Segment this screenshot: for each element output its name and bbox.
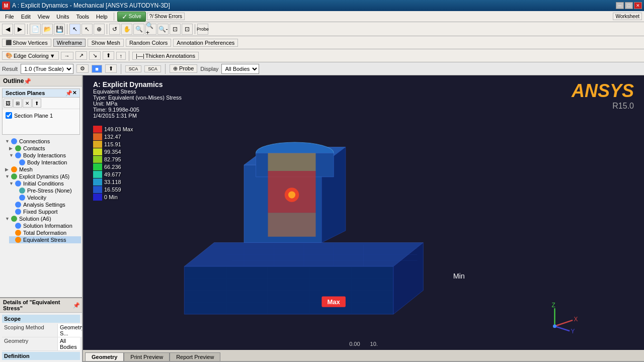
result-label: Result [2, 66, 18, 72]
display-select[interactable]: All Bodies [221, 64, 259, 74]
close-button[interactable]: ✕ [634, 2, 642, 9]
scatter-btn-2[interactable]: SCA [144, 65, 161, 72]
tree-node-body-interaction[interactable]: Body Interaction [13, 159, 81, 166]
viewport-3d[interactable]: Max Min X Z Y A: Explicit Dynamics Equiv… [83, 75, 644, 362]
arrow-btn-1[interactable]: → [61, 52, 73, 60]
tree-node-contacts[interactable]: ▶ Contacts [9, 145, 81, 152]
tree-node-body-interactions[interactable]: ▼ Body Interactions [9, 152, 81, 159]
tb-zoomfit-button[interactable]: ⊡ [170, 24, 181, 35]
result-up-btn[interactable]: ⬆ [105, 64, 117, 73]
tb-save-button[interactable]: 💾 [54, 24, 65, 35]
tree-node-solution-info[interactable]: Solution Information [9, 222, 81, 229]
tab-report-preview[interactable]: Report Preview [170, 352, 220, 361]
details-geometry-value: All Bodies [57, 337, 80, 350]
restore-button[interactable]: □ [625, 2, 633, 9]
tree-node-velocity[interactable]: Velocity [13, 194, 81, 201]
details-scoping-value: Geometry S... [57, 324, 83, 337]
menu-view[interactable]: View [35, 13, 53, 21]
show-vertices-button[interactable]: ⬛ Show Vertices [2, 39, 51, 47]
ansys-brand: ANSYS [572, 80, 634, 102]
tb-rotate-button[interactable]: ↺ [109, 24, 120, 35]
sp-delete-btn[interactable]: ✕ [23, 99, 32, 108]
app-icon: M [2, 2, 10, 10]
arrow-btn-2[interactable]: ↗ [75, 51, 87, 60]
tb-pan-button[interactable]: ✋ [121, 24, 132, 35]
tree-node-analysis-settings[interactable]: Analysis Settings [9, 201, 81, 208]
arrow-btn-3[interactable]: ↘ [89, 51, 101, 60]
random-colors-button[interactable]: Random Colors [126, 39, 171, 47]
tree-area: ▼ Connections ▶ Contacts ▼ Body Interact… [0, 137, 82, 297]
details-header: Details of "Equivalent Stress" 📌 [0, 298, 82, 313]
arrow-btn-5[interactable]: ↑ [116, 52, 126, 60]
scatter-btn-1[interactable]: SCA [125, 65, 142, 72]
tree-node-prestress[interactable]: Pre-Stress (None) [13, 187, 81, 194]
tb-zoomsel-button[interactable]: ⊡ [182, 24, 193, 35]
thicken-annotations-button[interactable]: |—| Thicken Annotations [132, 52, 199, 60]
section-plane-item[interactable]: Section Plane 1 [5, 111, 77, 120]
tree-node-mesh[interactable]: ▶ Mesh [5, 166, 81, 173]
tb-select-button[interactable]: ↖ [69, 24, 80, 35]
sp-add-btn[interactable]: 🖼 [4, 99, 13, 108]
ansys-logo: ANSYS R15.0 [572, 80, 634, 111]
sp-up-btn[interactable]: ⬆ [32, 99, 41, 108]
tb-probe-button[interactable]: Probe [197, 24, 208, 35]
probe-btn[interactable]: ⊕ Probe [170, 64, 197, 73]
tb-back-button[interactable]: ◀ [2, 24, 13, 35]
title-text: A : Explicit Dynamics - Mechanical [ANSY… [12, 2, 170, 9]
window-controls[interactable]: ─ □ ✕ [616, 2, 642, 9]
coord-bar: 0.00 10. [349, 341, 378, 347]
viewport-tabs: Geometry Print Preview Report Preview [83, 350, 644, 362]
menu-units[interactable]: Units [53, 13, 72, 21]
tb-forward-button[interactable]: ▶ [14, 24, 25, 35]
svg-marker-25 [268, 213, 316, 237]
menu-file[interactable]: File [2, 13, 17, 21]
menu-tools[interactable]: Tools [73, 13, 92, 21]
tree-node-fixed-support[interactable]: Fixed Support [9, 208, 81, 215]
wireframe-button[interactable]: Wireframe [53, 39, 86, 47]
viewport: Max Min X Z Y A: Explicit Dynamics Equiv… [83, 75, 644, 362]
solve-button[interactable]: ✓ Solve [117, 12, 146, 22]
details-pin-icon[interactable]: 📌 [73, 302, 79, 308]
result-options-btn[interactable]: ⚙ [76, 64, 89, 73]
show-errors-button[interactable]: ?/ Show Errors [147, 13, 185, 20]
svg-text:Max: Max [327, 298, 340, 306]
result-scale-select[interactable]: 1.0 (True Scale) [21, 64, 73, 74]
tree-node-explicit-dynamics[interactable]: ▼ Explicit Dynamics (A5) [5, 173, 81, 180]
title-bar-left: M A : Explicit Dynamics - Mechanical [AN… [2, 2, 170, 10]
tree-node-connections[interactable]: ▼ Connections [5, 138, 81, 145]
tab-geometry[interactable]: Geometry [85, 352, 124, 361]
tb-open-button[interactable]: 📂 [42, 24, 53, 35]
outline-pin-icon[interactable]: 📌 [24, 78, 30, 84]
tb-zoom-button[interactable]: 🔍 [133, 24, 144, 35]
menu-edit[interactable]: Edit [18, 13, 34, 21]
svg-text:Z: Z [552, 302, 555, 309]
worksheet-button[interactable]: Worksheet [613, 13, 642, 20]
tb-zoomin-button[interactable]: 🔍+ [145, 24, 156, 35]
tb-select2-button[interactable]: ↖ [82, 24, 93, 35]
tb-point-button[interactable]: ⊕ [94, 24, 105, 35]
vp-title-line1: A: Explicit Dynamics [93, 80, 182, 88]
tb-zoomout-button[interactable]: 🔍- [157, 24, 169, 35]
arrow-btn-4[interactable]: ⬆ [103, 51, 114, 60]
toolbar2: ⬛ Show Vertices Wireframe Show Mesh Rand… [0, 36, 644, 49]
svg-point-38 [553, 324, 556, 328]
result-color-btn[interactable]: ■ [92, 65, 102, 73]
menu-help[interactable]: Help [93, 13, 111, 21]
svg-marker-26 [268, 153, 316, 171]
sp-grid-btn[interactable]: ⊞ [13, 99, 22, 108]
tab-print-preview[interactable]: Print Preview [124, 352, 170, 361]
tree-node-equivalent-stress[interactable]: Equivalent Stress [9, 236, 81, 243]
tree-node-solution[interactable]: ▼ Solution (A6) [5, 215, 81, 222]
tb-new-button[interactable]: 📄 [30, 24, 41, 35]
edge-coloring-dropdown[interactable]: 🎨 Edge Coloring ▼ [2, 51, 59, 60]
sp-close-icon[interactable]: ✕ [72, 90, 76, 96]
sp-checkbox[interactable] [6, 112, 12, 119]
annotation-prefs-button[interactable]: Annotation Preferences [173, 39, 238, 47]
minimize-button[interactable]: ─ [616, 2, 624, 9]
sp-pin-icon[interactable]: 📌 [65, 90, 71, 96]
tree-node-total-deformation[interactable]: Total Deformation [9, 229, 81, 236]
vp-time: Time: 9.1998e-005 [93, 107, 182, 113]
details-panel: Details of "Equivalent Stress" 📌 Scope S… [0, 297, 82, 362]
show-mesh-button[interactable]: Show Mesh [88, 39, 123, 47]
tree-node-initial-conditions[interactable]: ▼ Initial Conditions [9, 180, 81, 187]
